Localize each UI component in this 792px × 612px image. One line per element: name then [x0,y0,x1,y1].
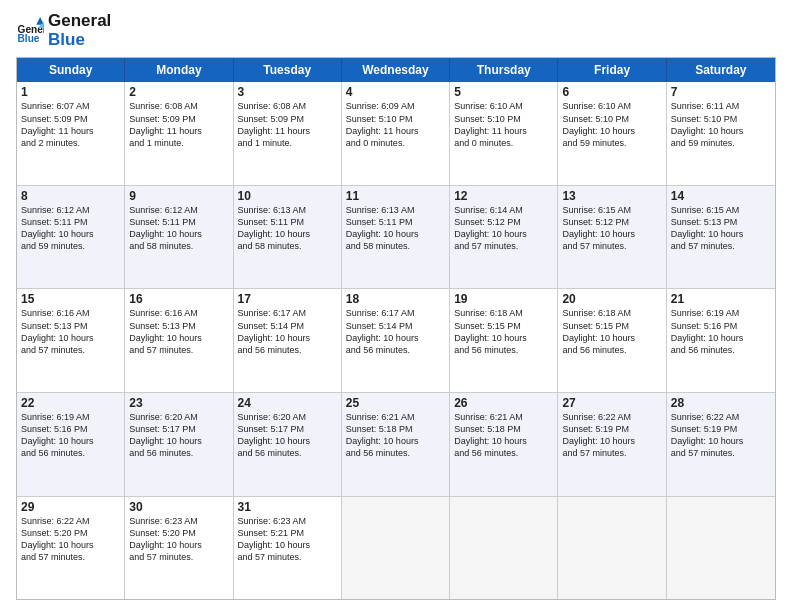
day-info: Sunrise: 6:14 AM Sunset: 5:12 PM Dayligh… [454,204,553,253]
calendar-cell: 3Sunrise: 6:08 AM Sunset: 5:09 PM Daylig… [234,82,342,185]
header-friday: Friday [558,58,666,82]
calendar-cell: 29Sunrise: 6:22 AM Sunset: 5:20 PM Dayli… [17,497,125,600]
calendar-cell [450,497,558,600]
day-number: 19 [454,292,553,306]
day-number: 13 [562,189,661,203]
header-sunday: Sunday [17,58,125,82]
day-number: 8 [21,189,120,203]
calendar-cell: 14Sunrise: 6:15 AM Sunset: 5:13 PM Dayli… [667,186,775,289]
calendar-cell: 27Sunrise: 6:22 AM Sunset: 5:19 PM Dayli… [558,393,666,496]
day-info: Sunrise: 6:20 AM Sunset: 5:17 PM Dayligh… [129,411,228,460]
day-info: Sunrise: 6:15 AM Sunset: 5:13 PM Dayligh… [671,204,771,253]
header-monday: Monday [125,58,233,82]
calendar-row-5: 29Sunrise: 6:22 AM Sunset: 5:20 PM Dayli… [17,496,775,600]
day-info: Sunrise: 6:07 AM Sunset: 5:09 PM Dayligh… [21,100,120,149]
day-info: Sunrise: 6:20 AM Sunset: 5:17 PM Dayligh… [238,411,337,460]
calendar-cell: 10Sunrise: 6:13 AM Sunset: 5:11 PM Dayli… [234,186,342,289]
day-info: Sunrise: 6:16 AM Sunset: 5:13 PM Dayligh… [129,307,228,356]
day-info: Sunrise: 6:11 AM Sunset: 5:10 PM Dayligh… [671,100,771,149]
day-info: Sunrise: 6:19 AM Sunset: 5:16 PM Dayligh… [21,411,120,460]
calendar-cell: 22Sunrise: 6:19 AM Sunset: 5:16 PM Dayli… [17,393,125,496]
day-info: Sunrise: 6:22 AM Sunset: 5:19 PM Dayligh… [671,411,771,460]
day-number: 20 [562,292,661,306]
logo-blue: Blue [48,31,111,50]
calendar-cell: 19Sunrise: 6:18 AM Sunset: 5:15 PM Dayli… [450,289,558,392]
day-info: Sunrise: 6:08 AM Sunset: 5:09 PM Dayligh… [129,100,228,149]
day-info: Sunrise: 6:17 AM Sunset: 5:14 PM Dayligh… [238,307,337,356]
calendar-cell: 24Sunrise: 6:20 AM Sunset: 5:17 PM Dayli… [234,393,342,496]
day-info: Sunrise: 6:18 AM Sunset: 5:15 PM Dayligh… [562,307,661,356]
calendar-cell: 13Sunrise: 6:15 AM Sunset: 5:12 PM Dayli… [558,186,666,289]
calendar-row-3: 15Sunrise: 6:16 AM Sunset: 5:13 PM Dayli… [17,288,775,392]
day-info: Sunrise: 6:22 AM Sunset: 5:20 PM Dayligh… [21,515,120,564]
day-info: Sunrise: 6:10 AM Sunset: 5:10 PM Dayligh… [562,100,661,149]
day-info: Sunrise: 6:08 AM Sunset: 5:09 PM Dayligh… [238,100,337,149]
day-info: Sunrise: 6:12 AM Sunset: 5:11 PM Dayligh… [129,204,228,253]
calendar-cell [667,497,775,600]
day-number: 3 [238,85,337,99]
calendar-cell: 6Sunrise: 6:10 AM Sunset: 5:10 PM Daylig… [558,82,666,185]
day-info: Sunrise: 6:23 AM Sunset: 5:21 PM Dayligh… [238,515,337,564]
day-number: 18 [346,292,445,306]
calendar-cell [558,497,666,600]
calendar-cell: 2Sunrise: 6:08 AM Sunset: 5:09 PM Daylig… [125,82,233,185]
calendar-row-4: 22Sunrise: 6:19 AM Sunset: 5:16 PM Dayli… [17,392,775,496]
header-tuesday: Tuesday [234,58,342,82]
day-info: Sunrise: 6:09 AM Sunset: 5:10 PM Dayligh… [346,100,445,149]
calendar-cell: 21Sunrise: 6:19 AM Sunset: 5:16 PM Dayli… [667,289,775,392]
day-info: Sunrise: 6:10 AM Sunset: 5:10 PM Dayligh… [454,100,553,149]
calendar-cell: 8Sunrise: 6:12 AM Sunset: 5:11 PM Daylig… [17,186,125,289]
calendar-cell: 4Sunrise: 6:09 AM Sunset: 5:10 PM Daylig… [342,82,450,185]
day-info: Sunrise: 6:21 AM Sunset: 5:18 PM Dayligh… [346,411,445,460]
day-number: 5 [454,85,553,99]
day-number: 1 [21,85,120,99]
day-info: Sunrise: 6:22 AM Sunset: 5:19 PM Dayligh… [562,411,661,460]
calendar-cell [342,497,450,600]
calendar: Sunday Monday Tuesday Wednesday Thursday… [16,57,776,600]
day-number: 28 [671,396,771,410]
calendar-cell: 25Sunrise: 6:21 AM Sunset: 5:18 PM Dayli… [342,393,450,496]
day-number: 12 [454,189,553,203]
calendar-cell: 31Sunrise: 6:23 AM Sunset: 5:21 PM Dayli… [234,497,342,600]
header-wednesday: Wednesday [342,58,450,82]
day-number: 24 [238,396,337,410]
calendar-cell: 17Sunrise: 6:17 AM Sunset: 5:14 PM Dayli… [234,289,342,392]
day-info: Sunrise: 6:12 AM Sunset: 5:11 PM Dayligh… [21,204,120,253]
calendar-row-2: 8Sunrise: 6:12 AM Sunset: 5:11 PM Daylig… [17,185,775,289]
day-number: 27 [562,396,661,410]
day-info: Sunrise: 6:13 AM Sunset: 5:11 PM Dayligh… [346,204,445,253]
day-number: 11 [346,189,445,203]
calendar-cell: 16Sunrise: 6:16 AM Sunset: 5:13 PM Dayli… [125,289,233,392]
day-number: 21 [671,292,771,306]
day-number: 9 [129,189,228,203]
page: General Blue General Blue Sunday Monday … [0,0,792,612]
day-number: 17 [238,292,337,306]
calendar-cell: 26Sunrise: 6:21 AM Sunset: 5:18 PM Dayli… [450,393,558,496]
calendar-cell: 11Sunrise: 6:13 AM Sunset: 5:11 PM Dayli… [342,186,450,289]
day-number: 4 [346,85,445,99]
calendar-cell: 9Sunrise: 6:12 AM Sunset: 5:11 PM Daylig… [125,186,233,289]
day-info: Sunrise: 6:16 AM Sunset: 5:13 PM Dayligh… [21,307,120,356]
day-number: 15 [21,292,120,306]
calendar-cell: 28Sunrise: 6:22 AM Sunset: 5:19 PM Dayli… [667,393,775,496]
day-number: 7 [671,85,771,99]
day-number: 29 [21,500,120,514]
day-info: Sunrise: 6:18 AM Sunset: 5:15 PM Dayligh… [454,307,553,356]
day-number: 2 [129,85,228,99]
logo-general: General [48,12,111,31]
calendar-cell: 18Sunrise: 6:17 AM Sunset: 5:14 PM Dayli… [342,289,450,392]
calendar-cell: 1Sunrise: 6:07 AM Sunset: 5:09 PM Daylig… [17,82,125,185]
day-number: 16 [129,292,228,306]
day-number: 22 [21,396,120,410]
calendar-cell: 30Sunrise: 6:23 AM Sunset: 5:20 PM Dayli… [125,497,233,600]
day-info: Sunrise: 6:15 AM Sunset: 5:12 PM Dayligh… [562,204,661,253]
calendar-body: 1Sunrise: 6:07 AM Sunset: 5:09 PM Daylig… [17,82,775,599]
calendar-cell: 20Sunrise: 6:18 AM Sunset: 5:15 PM Dayli… [558,289,666,392]
day-number: 23 [129,396,228,410]
calendar-header: Sunday Monday Tuesday Wednesday Thursday… [17,58,775,82]
day-number: 25 [346,396,445,410]
day-number: 30 [129,500,228,514]
day-info: Sunrise: 6:17 AM Sunset: 5:14 PM Dayligh… [346,307,445,356]
day-number: 10 [238,189,337,203]
header-saturday: Saturday [667,58,775,82]
